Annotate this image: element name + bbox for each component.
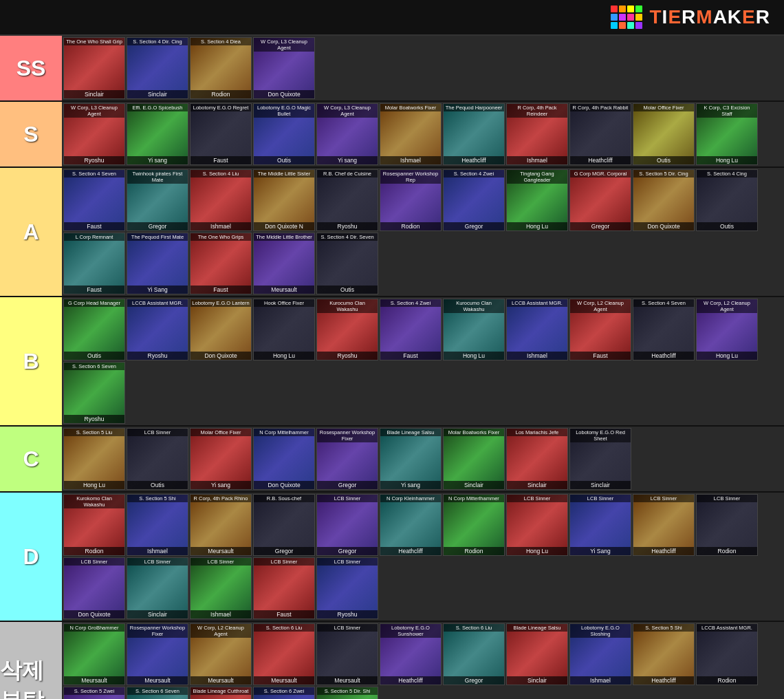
card-title: Molar Boatworks Fixer: [444, 429, 504, 436]
card[interactable]: LCB Sinner Rodion: [696, 494, 758, 556]
card[interactable]: S. Section 4 Seven Heathcliff: [633, 299, 695, 361]
card-title: LCB Sinner: [190, 558, 251, 566]
card[interactable]: Lobotomy E.G.O Magic Bullet Outis: [253, 103, 315, 165]
card[interactable]: Lobotomy E.G.O Sunshower Heathcliff: [380, 623, 442, 685]
card-title: Kurokomo Clan Wakashu: [64, 495, 124, 508]
card[interactable]: LCB Sinner Outis: [127, 428, 188, 490]
card[interactable]: The Middle Little Sister Don Quixote N: [253, 169, 315, 231]
card-title: Tingtang Gang Gangleader: [507, 170, 567, 184]
card[interactable]: Molar Boatworks Fixer Ishmael: [380, 103, 442, 165]
card[interactable]: R Corp, 4th Pack Reindeer Ishmael: [506, 103, 568, 165]
card[interactable]: Lobotomy E.G.O Sloshing Ishmael: [569, 623, 631, 685]
card[interactable]: W Corp, L3 Cleanup Agent Don Quixote: [253, 37, 315, 99]
card[interactable]: LCB Sinner Ryoshu: [316, 557, 378, 619]
tier-label-del: 삭제 부탁: [0, 622, 62, 699]
card[interactable]: LCB Sinner Faust: [253, 557, 315, 619]
card[interactable]: W Corp, L2 Cleanup Agent Faust: [569, 299, 631, 361]
card[interactable]: Kurokomo Clan Wakashu Rodion: [63, 494, 125, 556]
card[interactable]: S. Section 5 Shi Ishmael: [127, 494, 188, 556]
card-name: Ryoshu: [317, 352, 378, 360]
card-name: Sinclair: [570, 481, 631, 489]
card-name: Yi Sang: [127, 286, 188, 294]
card[interactable]: The One Who Shall Grip Sinclair: [63, 37, 125, 99]
card[interactable]: Tingtang Gang Gangleader Hong Lu: [506, 169, 568, 231]
card[interactable]: S. Section 5 Dir. Shi Don Quixote: [316, 687, 378, 699]
card-title: W Corp, L2 Cleanup Agent: [190, 624, 251, 638]
card[interactable]: LCB Sinner Hong Lu: [506, 494, 568, 556]
card[interactable]: S. Section 4 Zwei Gregor: [443, 169, 505, 231]
card[interactable]: N Corp Mittelhammer Don Quixote: [253, 428, 315, 490]
card[interactable]: Lobotomy E.G.O Red Sheet Sinclair: [569, 428, 631, 490]
card[interactable]: The Pequod Harpooneer Heathcliff: [443, 103, 505, 165]
card[interactable]: LCB Sinner Yi Sang: [569, 494, 631, 556]
card[interactable]: S. Section 4 Dir. Seven Outis: [316, 233, 378, 294]
card[interactable]: Effi. E.G.O Spicebush Yi sang: [127, 103, 188, 165]
card[interactable]: S. Section 5 Shi Heathcliff: [633, 623, 695, 685]
card[interactable]: LCB Sinner Ishmael: [190, 557, 252, 619]
card[interactable]: LCCB Assistant MGR. Ishmael: [506, 299, 568, 361]
card[interactable]: Los Mariachis Jefe Sinclair: [506, 428, 568, 490]
card[interactable]: LCB Sinner Gregor: [316, 494, 378, 556]
card[interactable]: S. Section 6 Zwei Sinclair: [253, 687, 315, 699]
card[interactable]: S. Section 5 Liu Hong Lu: [63, 428, 125, 490]
card[interactable]: N Corp Mitterlhammer Rodion: [443, 494, 505, 556]
card[interactable]: S. Section 4 Zwei Faust: [380, 299, 442, 361]
card[interactable]: The Pequod First Mate Yi Sang: [127, 233, 188, 294]
card[interactable]: S. Section 5 Zwei Rodion: [63, 687, 125, 699]
card[interactable]: R Corp, 4th Pack Rabbit Heathcliff: [569, 103, 631, 165]
card[interactable]: W Corp, L2 Cleanup Agent Meursault: [190, 623, 252, 685]
card[interactable]: Rosespanner Workshop Fixer Gregor: [316, 428, 378, 490]
tier-row-s: S W Corp, L3 Cleanup Agent Ryoshu Effi. …: [0, 102, 784, 168]
card[interactable]: Molar Boatworks Fixer Sinclair: [443, 428, 505, 490]
card[interactable]: W Corp, L3 Cleanup Agent Ryoshu: [63, 103, 125, 165]
card[interactable]: Rosespanner Workshop Fixer Meursault: [127, 623, 188, 685]
card[interactable]: G Corp MGR. Corporal Gregor: [569, 169, 631, 231]
card[interactable]: LCCB Assistant MGR. Ryoshu: [127, 299, 188, 361]
card[interactable]: LCB Sinner Meursault: [316, 623, 378, 685]
card[interactable]: LCB Sinner Don Quixote: [63, 557, 125, 619]
card[interactable]: W Corp, L2 Cleanup Agent Hong Lu: [696, 299, 758, 361]
tier-row-d: D Kurokomo Clan Wakashu Rodion S. Sectio…: [0, 493, 784, 622]
card-title: G Corp MGR. Corporal: [570, 170, 631, 178]
card[interactable]: LCB Sinner Heathcliff: [633, 494, 695, 556]
card[interactable]: S. Section 6 Seven Yi sang: [127, 687, 188, 699]
card[interactable]: S. Section 6 Seven Ryoshu: [63, 362, 125, 424]
card[interactable]: S. Section 4 Diea Rodion: [190, 37, 252, 99]
card[interactable]: S. Section 4 Cing Outis: [696, 169, 758, 231]
card-title: LCCB Assistant MGR.: [697, 624, 757, 632]
card[interactable]: R.B. Sous-chef Gregor: [253, 494, 315, 556]
card[interactable]: Molar Office Fixer Outis: [633, 103, 695, 165]
card[interactable]: Blade Lineage Salsu Yi sang: [380, 428, 442, 490]
card[interactable]: N Corp GroBhammer Meursault: [63, 623, 125, 685]
card[interactable]: Hook Office Fixer Hong Lu: [253, 299, 315, 361]
card[interactable]: Rosespanner Workshop Rep Rodion: [380, 169, 442, 231]
card[interactable]: K Corp, C3 Excision Staff Hong Lu: [696, 103, 758, 165]
card[interactable]: Blade Lineage Cutthroat Outis: [190, 687, 252, 699]
card-title: S. Section 5 Dir. Cing: [633, 170, 694, 178]
card-name: Don Quixote: [64, 610, 124, 619]
card[interactable]: S. Section 4 Dir. Cing Sinclair: [127, 37, 188, 99]
card[interactable]: The One Who Grips Faust: [190, 233, 252, 294]
card[interactable]: S. Section 4 Seven Faust: [63, 169, 125, 231]
card[interactable]: S. Section 6 Liu Meursault: [253, 623, 315, 685]
card[interactable]: L Corp Remnant Faust: [63, 233, 125, 294]
card[interactable]: Molar Office Fixer Yi sang: [190, 428, 252, 490]
card[interactable]: S. Section 4 Liu Ishmael: [190, 169, 252, 231]
card[interactable]: LCCB Assistant MGR. Rodion: [696, 623, 758, 685]
card[interactable]: R Corp, 4th Pack Rhino Meursault: [190, 494, 252, 556]
card[interactable]: Lobotomy E.G.O Regret Faust: [190, 103, 252, 165]
card[interactable]: G Corp Head Manager Outis: [63, 299, 125, 361]
card[interactable]: Twinhook pirates First Mate Gregor: [127, 169, 188, 231]
card[interactable]: LCB Sinner Sinclair: [127, 557, 188, 619]
card[interactable]: Kurocumo Clan Wakashu Hong Lu: [443, 299, 505, 361]
card[interactable]: The Middle Little Brother Meursault: [253, 233, 315, 294]
card[interactable]: S. Section 5 Dir. Cing Don Quixote: [633, 169, 695, 231]
card[interactable]: Blade Lineage Salsu Sinclair: [506, 623, 568, 685]
card[interactable]: R.B. Chef de Cuisine Ryoshu: [316, 169, 378, 231]
card[interactable]: N Corp Kleinhammer Heathcliff: [380, 494, 442, 556]
card[interactable]: Kurocumo Clan Wakashu Ryoshu: [316, 299, 378, 361]
card[interactable]: W Corp, L3 Cleanup Agent Yi sang: [316, 103, 378, 165]
card[interactable]: Lobotomy E.G.O Lantern Don Quixote: [190, 299, 252, 361]
card-title: Lobotomy E.G.O Sunshower: [380, 624, 441, 638]
card[interactable]: S. Section 6 Liu Gregor: [443, 623, 505, 685]
